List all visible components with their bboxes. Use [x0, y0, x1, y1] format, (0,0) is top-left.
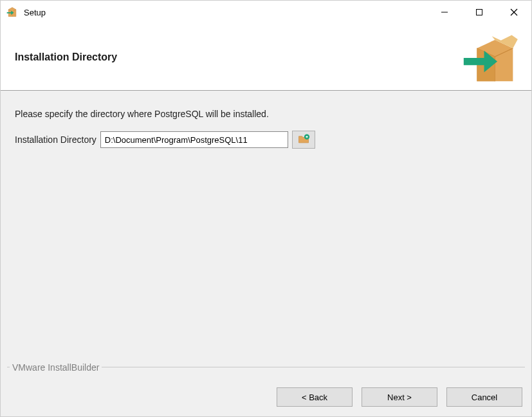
cancel-button[interactable]: Cancel [446, 387, 522, 407]
box-arrow-icon [458, 30, 520, 84]
wizard-body: Please specify the directory where Postg… [1, 91, 531, 378]
window-title: Setup [24, 8, 46, 17]
directory-label: Installation Directory [15, 134, 96, 145]
svg-rect-1 [477, 10, 482, 15]
directory-row: Installation Directory [15, 131, 517, 149]
close-button[interactable] [497, 1, 531, 24]
next-button[interactable]: Next > [362, 387, 437, 407]
folder-browse-icon [297, 133, 310, 147]
minimize-button[interactable] [427, 1, 462, 24]
browse-button[interactable] [292, 131, 315, 149]
builder-label: VMware InstallBuilder [10, 362, 102, 373]
wizard-header: Installation Directory [1, 24, 531, 91]
wizard-footer: < Back Next > Cancel [1, 378, 531, 416]
app-icon [6, 6, 19, 19]
back-button[interactable]: < Back [277, 387, 353, 407]
titlebar: Setup [1, 1, 531, 24]
page-title: Installation Directory [15, 51, 117, 63]
directory-input[interactable] [100, 131, 288, 148]
window-controls [427, 1, 531, 24]
instruction-text: Please specify the directory where Postg… [15, 109, 517, 119]
maximize-button[interactable] [462, 1, 497, 24]
